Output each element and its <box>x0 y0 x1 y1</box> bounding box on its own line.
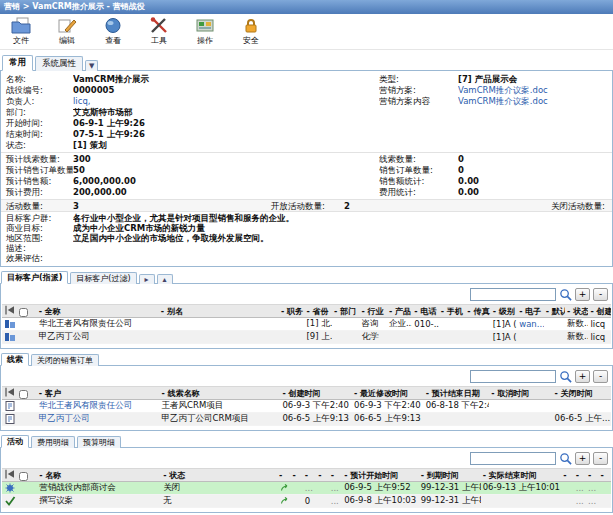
cell-link[interactable]: wan... <box>519 319 543 329</box>
activities-tab-2[interactable]: 费用明细 <box>31 436 75 448</box>
open-activity-count-label: 开放活动数量: <box>271 200 344 211</box>
cell <box>599 482 611 495</box>
column-header[interactable]: - <box>277 469 290 482</box>
target-customers-tab-2[interactable]: 目标客户(过滤) <box>70 272 136 284</box>
column-header[interactable]: - 电子 <box>517 305 543 318</box>
column-header[interactable]: - 名称 <box>37 469 161 482</box>
remove-button[interactable]: - <box>593 452 608 465</box>
edit-button[interactable]: 编辑 <box>52 17 82 48</box>
table-row[interactable]: 营销战役内部商讨会关闭......06-9-5 上午9:5299-12-31 上… <box>2 482 611 495</box>
add-button[interactable]: + <box>575 452 590 465</box>
leads-tabs: 线索关闭的销售订单 <box>0 352 613 366</box>
table-row[interactable]: 甲乙丙丁公司甲乙丙丁公司CRM项目06-6-5 上午9:1306-6-5 上午9… <box>2 413 611 426</box>
column-header[interactable]: - 行业 <box>359 305 386 318</box>
column-header[interactable]: - 部门 <box>332 305 359 318</box>
column-header[interactable]: - 实际结束时间 <box>481 469 562 482</box>
main-tab-2[interactable]: 系统属性 <box>35 56 83 71</box>
form-row: 结束时间:07-5-1 上午9:26 <box>1 129 612 140</box>
column-header[interactable]: - 线索名称 <box>160 387 281 400</box>
row-icon-cell <box>2 482 37 495</box>
magnifier-icon[interactable] <box>559 452 572 465</box>
cell-link[interactable]: 甲乙丙丁公司 <box>39 413 90 423</box>
column-header[interactable]: - 产品 <box>387 305 412 318</box>
column-header[interactable]: - 关闭时间 <box>553 387 611 400</box>
column-header[interactable]: - <box>316 469 328 482</box>
field-value-link[interactable]: VamCRM推介议案.doc <box>458 85 612 96</box>
security-button[interactable]: 安全 <box>236 17 266 48</box>
table-row[interactable]: 撰写议案无0...06-9-8 上午10:0399-12-31 上午8:00..… <box>2 495 611 508</box>
column-header[interactable]: - <box>329 469 342 482</box>
field-value-link[interactable]: VamCRM推介议案.doc <box>458 96 612 107</box>
table-row[interactable]: 华北王者风有限责任公司王者风CRM项目06-9-3 下午2:4006-9-3 下… <box>2 400 611 413</box>
target-customers-search-row: +- <box>2 286 611 303</box>
field-value <box>458 129 612 140</box>
column-header[interactable]: - <box>303 469 316 482</box>
main-tab-1[interactable]: 常用 <box>2 55 33 71</box>
add-button[interactable]: + <box>575 370 590 383</box>
column-header[interactable]: - 手机 <box>439 305 465 318</box>
cell-link[interactable]: 华北王者风有限责任公司 <box>39 400 133 410</box>
magnifier-icon[interactable] <box>559 288 572 301</box>
add-button[interactable]: + <box>575 288 590 301</box>
sections: 目标客户(指派)目标客户(过滤)▸▴+-- 全称- 别名- 职务- 省份- 部门… <box>0 270 613 513</box>
select-all-checkbox[interactable] <box>19 308 28 317</box>
target-customers-tab-3[interactable]: ▸ <box>139 274 155 284</box>
column-header[interactable]: - 预计结束日期 <box>424 387 490 400</box>
field-label: 目标客户群: <box>1 213 73 223</box>
main-tab-3[interactable]: ▼ <box>85 60 98 71</box>
actions-button[interactable]: 操作 <box>190 17 220 48</box>
column-header[interactable]: - 创建时间 <box>280 387 352 400</box>
leads-tab-2[interactable]: 关闭的销售订单 <box>31 354 99 366</box>
field-value <box>458 107 612 118</box>
column-header[interactable]: - <box>561 469 573 482</box>
activities-section: 活动费用明细预算明细+-- 名称- 状态------ 预计开始时间- 到期时间-… <box>0 434 613 513</box>
column-header[interactable]: - 状态 <box>565 305 588 318</box>
activities-tab-1[interactable]: 活动 <box>1 435 29 448</box>
tools-button[interactable]: 工具 <box>144 17 174 48</box>
file-button[interactable]: 文件 <box>6 17 36 48</box>
select-all-checkbox[interactable] <box>19 472 28 481</box>
target-customers-tab-4[interactable]: ▴ <box>157 274 173 284</box>
column-header[interactable]: - 职务 <box>279 305 304 318</box>
column-header[interactable]: - <box>574 469 586 482</box>
leads-tab-1[interactable]: 线索 <box>1 353 29 366</box>
column-header[interactable]: - 创建 <box>588 305 611 318</box>
field-value: 成为中小企业CRM市场的新锐力量 <box>73 223 612 233</box>
column-header[interactable]: - <box>586 469 598 482</box>
column-header[interactable]: - 最近修改时间 <box>352 387 424 400</box>
column-header[interactable]: - 状态 <box>161 469 277 482</box>
form-text-row: 商业目标:成为中小企业CRM市场的新锐力量 <box>1 223 612 233</box>
field-label: 预计销售额: <box>1 176 73 187</box>
table-row[interactable]: 甲乙丙丁公司[9] 上...化学[1]A (...新数...licq <box>2 331 611 344</box>
remove-button[interactable]: - <box>593 370 608 383</box>
column-header[interactable]: - 省份 <box>304 305 331 318</box>
column-header[interactable]: - 客户 <box>37 387 160 400</box>
column-header[interactable]: - 级别 <box>491 305 517 318</box>
field-value: 0.00 <box>458 187 612 198</box>
activities-tab-3[interactable]: 预算明细 <box>77 436 121 448</box>
column-header[interactable]: - 取消时间 <box>489 387 552 400</box>
column-header[interactable]: - 电话 <box>412 305 438 318</box>
column-header[interactable]: - <box>290 469 302 482</box>
column-header[interactable]: - 到期时间 <box>419 469 481 482</box>
search-input[interactable] <box>470 288 556 301</box>
cell: 无 <box>161 495 277 508</box>
search-input[interactable] <box>470 370 556 383</box>
field-value-link[interactable]: licq, <box>73 96 379 107</box>
view-button[interactable]: 查看 <box>98 17 128 48</box>
magnifier-icon[interactable] <box>559 370 572 383</box>
breadcrumb-bar: 营销 > VamCRM推介展示 - 营销战役 <box>0 0 613 14</box>
column-header[interactable]: - 别名 <box>159 305 279 318</box>
cell: 咨询 <box>359 318 386 331</box>
column-header[interactable]: - 预计开始时间 <box>342 469 419 482</box>
search-input[interactable] <box>470 452 556 465</box>
remove-button[interactable]: - <box>593 288 608 301</box>
column-header[interactable]: - 传真 <box>465 305 490 318</box>
field-label <box>379 129 458 140</box>
column-header[interactable]: - <box>599 469 611 482</box>
target-customers-tab-1[interactable]: 目标客户(指派) <box>1 271 68 284</box>
column-header[interactable]: - 全称 <box>37 305 159 318</box>
select-all-checkbox[interactable] <box>19 390 28 399</box>
table-row[interactable]: 华北王者风有限责任公司[1] 北...咨询企业...010-...[1]A (.… <box>2 318 611 331</box>
column-header[interactable]: - 默认 <box>544 305 565 318</box>
